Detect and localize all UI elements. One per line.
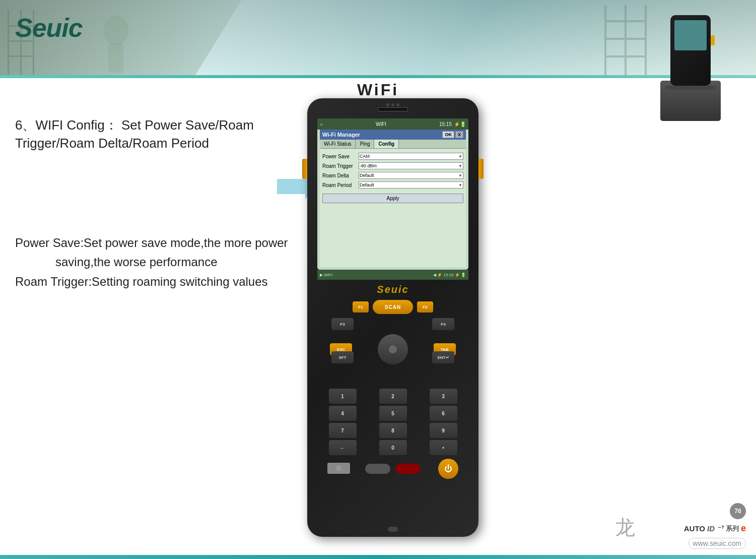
color-buttons-group [365, 464, 421, 474]
wifi-manager-title: Wi-Fi Manager [322, 132, 360, 138]
teal-bottom-bar [0, 555, 756, 559]
taskbar-icons: ⚡🔋 [454, 121, 466, 127]
tab-config[interactable]: Config [374, 140, 399, 148]
step-title: 6、WIFI Config： Set Power Save/Roam Trigg… [15, 116, 307, 153]
numpad: 1 2 3 4 5 6 7 8 9 ← 0 • [317, 389, 468, 457]
roam-trigger-select[interactable]: -80 dBm ▼ [359, 162, 463, 169]
scan-button[interactable]: SCAN [373, 300, 413, 314]
taskbar-right-icons: ◀ ⚡ 15:15 ⚡ 🔋 [433, 273, 466, 277]
sft-button[interactable]: SFT [331, 351, 354, 363]
ent-button[interactable]: ENT↵ [432, 351, 454, 363]
device-screen: ○ WIFI 15:15 ⚡🔋 Wi-Fi Manager OK X Wi-Fi… [317, 118, 468, 270]
desc-line-2: saving,the worse performance [15, 253, 307, 272]
titlebar-buttons: OK X [442, 131, 463, 138]
autoid-id-text: ID [707, 524, 715, 533]
key-9[interactable]: 9 [430, 423, 457, 438]
f2-button[interactable]: F2 [417, 301, 433, 313]
apply-button[interactable]: Apply [322, 194, 463, 203]
taskbar-start: ▶ WIFI [320, 273, 332, 277]
desc-line-3: Roam Trigger:Setting roaming switching v… [15, 272, 307, 291]
cradle-connector [665, 86, 716, 90]
svg-rect-12 [604, 38, 647, 40]
key-6[interactable]: 6 [430, 406, 457, 421]
svg-rect-13 [604, 55, 647, 57]
autoid-logo: AUTO ID ⁻⁷ 系列 e [684, 523, 746, 534]
power-save-label: Power Save [322, 154, 359, 159]
roam-period-arrow: ▼ [458, 183, 462, 188]
f3-f4-row: F3 F4 [317, 318, 468, 330]
roam-delta-value: Default [360, 173, 374, 178]
roam-trigger-arrow: ▼ [458, 164, 462, 168]
roam-period-row: Roam Period Default ▼ [322, 181, 463, 189]
device-status-bar: ○ WIFI 15:15 ⚡🔋 [317, 118, 468, 130]
device-container: ○ WIFI 15:15 ⚡🔋 Wi-Fi Manager OK X Wi-Fi… [292, 98, 504, 542]
key-1[interactable]: 1 [329, 389, 357, 404]
roam-delta-label: Roam Delta [322, 173, 359, 178]
settings-button[interactable]: ⚙ [327, 463, 350, 474]
scan-button-row: F1 SCAN F2 [317, 300, 468, 314]
side-button-left[interactable] [302, 159, 307, 179]
autoid-badge: 76 [730, 503, 746, 519]
roam-delta-arrow: ▼ [458, 173, 462, 178]
key-0[interactable]: 0 [379, 440, 407, 455]
power-save-select[interactable]: CAM ▼ [359, 153, 463, 160]
top-speaker [386, 103, 399, 106]
numpad-row-1: 1 2 3 [317, 389, 468, 404]
cradle-base [660, 81, 721, 121]
cradle-side-btn [711, 35, 715, 45]
autoid-series: 系列 [726, 524, 739, 533]
svg-rect-0 [8, 10, 9, 76]
power-save-row: Power Save CAM ▼ [322, 153, 463, 160]
wifi-tabs: Wi-Fi Status Ping Config [320, 140, 466, 149]
roam-trigger-label: Roam Trigger [322, 163, 359, 169]
roam-period-select[interactable]: Default ▼ [359, 181, 463, 189]
svg-rect-11 [604, 20, 647, 22]
key-dot[interactable]: • [430, 440, 457, 455]
svg-rect-7 [108, 43, 123, 73]
autoid-e-icon: e [741, 523, 746, 534]
f4-button[interactable]: F4 [432, 318, 454, 330]
power-save-value: CAM [360, 154, 370, 159]
key-3[interactable]: 3 [430, 389, 457, 404]
svg-rect-5 [8, 55, 34, 57]
website-label: www.seuic.com [689, 538, 746, 549]
dragon-icon: 龙 [615, 514, 635, 541]
wifi-manager-titlebar: Wi-Fi Manager OK X [320, 130, 466, 140]
f1-button[interactable]: F1 [353, 301, 369, 313]
device-taskbar: ▶ WIFI ◀ ⚡ 15:15 ⚡ 🔋 [317, 270, 468, 280]
roam-period-value: Default [360, 182, 374, 188]
color-btn-1[interactable] [365, 464, 390, 474]
bottom-indicator [388, 527, 398, 532]
roam-delta-select[interactable]: Default ▼ [359, 172, 463, 179]
color-btn-2[interactable] [395, 464, 421, 474]
taskbar-time: 15:15 [439, 121, 452, 127]
cradle-handheld [670, 15, 711, 86]
wifi-config-content: Power Save CAM ▼ Roam Trigger -80 dBm ▼ [320, 149, 466, 207]
key-5[interactable]: 5 [379, 406, 407, 421]
numpad-row-4: ← 0 • [317, 440, 468, 455]
svg-rect-8 [604, 5, 606, 76]
device-brand-label: Seuic [307, 284, 478, 295]
description-text: Power Save:Set power save mode,the more … [15, 233, 307, 291]
key-4[interactable]: 4 [329, 406, 357, 421]
numpad-row-3: 7 8 9 [317, 423, 468, 438]
key-2[interactable]: 2 [379, 389, 407, 404]
close-button[interactable]: X [455, 131, 463, 138]
bottom-logos: 76 AUTO ID ⁻⁷ 系列 e www.seuic.com [684, 503, 746, 549]
desc-line-1: Power Save:Set power save mode,the more … [15, 233, 307, 253]
f3-button[interactable]: F3 [331, 318, 354, 330]
tab-ping[interactable]: Ping [356, 140, 374, 148]
power-button[interactable]: ⏻ [438, 459, 458, 479]
key-star[interactable]: ← [329, 440, 357, 455]
tab-wifi-status[interactable]: Wi-Fi Status [320, 140, 356, 148]
page-title: WiFi [0, 81, 756, 99]
autoid-version: ⁻⁷ [718, 525, 724, 532]
ok-button[interactable]: OK [442, 131, 454, 138]
key-7[interactable]: 7 [329, 423, 357, 438]
side-button-right[interactable] [478, 159, 484, 179]
wifi-manager-window: Wi-Fi Manager OK X Wi-Fi Status Ping Con… [320, 130, 466, 267]
apply-button-area: Apply [322, 194, 463, 203]
seuic-logo: Seuic [15, 13, 83, 43]
sft-ent-row: SFT ENT↵ [317, 351, 468, 363]
key-8[interactable]: 8 [379, 423, 407, 438]
